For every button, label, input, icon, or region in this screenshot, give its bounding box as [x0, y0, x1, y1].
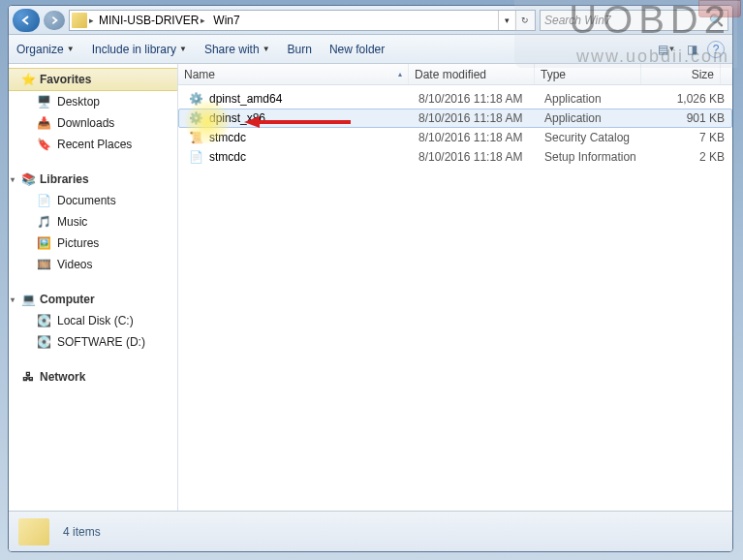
- disclosure-icon: ▾: [11, 296, 15, 304]
- sort-ascending-icon: ▴: [398, 70, 402, 78]
- file-row[interactable]: 📄stmcdc8/10/2016 11:18 AMSetup Informati…: [178, 147, 732, 167]
- file-type: Setup Information: [544, 150, 651, 164]
- file-list[interactable]: ⚙️dpinst_amd648/10/2016 11:18 AMApplicat…: [178, 85, 732, 511]
- nav-music[interactable]: 🎵Music: [9, 211, 177, 233]
- documents-icon: 📄: [36, 193, 51, 208]
- nav-label: Downloads: [57, 116, 114, 130]
- file-type: Security Catalog: [544, 131, 651, 144]
- body-area: ⭐Favorites 🖥️Desktop 📥Downloads 🔖Recent …: [9, 64, 732, 511]
- drive-icon: 💽: [36, 334, 51, 350]
- nav-downloads[interactable]: 📥Downloads: [9, 112, 177, 134]
- network-icon: 🖧: [20, 369, 36, 385]
- nav-label: Pictures: [57, 236, 99, 250]
- navigation-pane[interactable]: ⭐Favorites 🖥️Desktop 📥Downloads 🔖Recent …: [9, 64, 178, 511]
- nav-label: Favorites: [40, 73, 91, 86]
- column-label: Size: [692, 68, 714, 81]
- favorites-header[interactable]: ⭐Favorites: [9, 68, 177, 91]
- file-type: Application: [544, 92, 651, 106]
- file-date: 8/10/2016 11:18 AM: [418, 111, 544, 125]
- pictures-icon: 🖼️: [36, 235, 51, 251]
- computer-header[interactable]: ▾💻Computer: [9, 289, 177, 310]
- column-label: Name: [184, 68, 215, 81]
- file-row[interactable]: ⚙️dpinst_x868/10/2016 11:18 AMApplicatio…: [178, 109, 732, 128]
- organize-menu[interactable]: Organize ▼: [16, 43, 75, 56]
- item-count-label: 4 items: [63, 525, 101, 539]
- downloads-icon: 📥: [36, 115, 51, 131]
- file-row[interactable]: ⚙️dpinst_amd648/10/2016 11:18 AMApplicat…: [178, 89, 732, 109]
- file-list-pane: Name▴ Date modified Type Size ⚙️dpinst_a…: [178, 64, 732, 511]
- chevron-right-icon: ▸: [89, 16, 94, 25]
- window-close-button[interactable]: [698, 0, 741, 17]
- preview-pane-button[interactable]: ◨: [682, 40, 701, 59]
- nav-documents[interactable]: 📄Documents: [9, 190, 177, 211]
- file-date: 8/10/2016 11:18 AM: [418, 92, 544, 106]
- drive-icon: 💽: [36, 313, 51, 328]
- nav-software-d[interactable]: 💽SOFTWARE (D:): [9, 331, 177, 353]
- nav-label: SOFTWARE (D:): [57, 335, 145, 349]
- network-header[interactable]: 🖧Network: [9, 366, 177, 388]
- nav-label: Computer: [40, 293, 95, 306]
- title-bar: ▸ MINI-USB-DRIVER ▸ Win7 ▾ ↻ Search Win7…: [9, 6, 732, 35]
- music-icon: 🎵: [36, 214, 51, 230]
- toolbar-label: Organize: [16, 43, 64, 56]
- arrow-left-icon: [20, 15, 32, 26]
- nav-label: Music: [57, 215, 87, 229]
- chevron-right-icon: ▸: [201, 16, 205, 25]
- burn-button[interactable]: Burn: [288, 43, 312, 56]
- file-date: 8/10/2016 11:18 AM: [418, 131, 544, 144]
- folder-icon: [72, 13, 87, 28]
- explorer-window: ▸ MINI-USB-DRIVER ▸ Win7 ▾ ↻ Search Win7…: [8, 5, 733, 552]
- address-bar[interactable]: ▸ MINI-USB-DRIVER ▸ Win7 ▾ ↻: [69, 10, 536, 31]
- file-name: dpinst_amd64: [209, 92, 418, 106]
- new-folder-button[interactable]: New folder: [329, 43, 385, 56]
- column-type[interactable]: Type: [535, 64, 641, 84]
- file-size: 901 KB: [651, 111, 725, 125]
- column-label: Type: [541, 68, 566, 81]
- column-name[interactable]: Name▴: [178, 64, 409, 84]
- nav-label: Desktop: [57, 95, 100, 109]
- file-icon: ⚙️: [188, 110, 203, 126]
- refresh-button[interactable]: ↻: [515, 11, 533, 30]
- file-date: 8/10/2016 11:18 AM: [418, 150, 544, 164]
- recent-icon: 🔖: [36, 137, 51, 152]
- column-date[interactable]: Date modified: [409, 64, 535, 84]
- nav-videos[interactable]: 🎞️Videos: [9, 254, 177, 275]
- nav-label: Recent Places: [57, 138, 132, 151]
- videos-icon: 🎞️: [36, 257, 51, 272]
- column-size[interactable]: Size: [641, 64, 721, 84]
- column-headers: Name▴ Date modified Type Size: [178, 64, 732, 85]
- nav-local-disk-c[interactable]: 💽Local Disk (C:): [9, 310, 177, 331]
- nav-desktop[interactable]: 🖥️Desktop: [9, 91, 177, 112]
- toolbar-label: New folder: [329, 43, 385, 56]
- view-options-button[interactable]: ▤ ▼: [657, 40, 676, 59]
- libraries-header[interactable]: ▾📚Libraries: [9, 169, 177, 190]
- include-library-menu[interactable]: Include in library ▼: [92, 43, 187, 56]
- nav-label: Network: [40, 370, 85, 384]
- folder-icon: [18, 518, 49, 545]
- file-size: 2 KB: [651, 150, 725, 164]
- file-size: 1,026 KB: [651, 92, 725, 106]
- breadcrumb-seg[interactable]: Win7: [210, 14, 242, 27]
- file-name: dpinst_x86: [209, 111, 418, 125]
- nav-label: Videos: [57, 258, 92, 271]
- share-with-menu[interactable]: Share with ▼: [204, 43, 270, 56]
- back-button[interactable]: [13, 9, 40, 32]
- breadcrumb-seg[interactable]: MINI-USB-DRIVER ▸: [96, 14, 208, 27]
- file-type: Application: [544, 111, 651, 125]
- libraries-icon: 📚: [20, 171, 36, 187]
- chevron-down-icon: ▼: [179, 45, 187, 53]
- breadcrumb-label: MINI-USB-DRIVER: [99, 14, 199, 27]
- file-name: stmcdc: [209, 150, 418, 164]
- desktop-icon: 🖥️: [36, 94, 51, 109]
- nav-recent-places[interactable]: 🔖Recent Places: [9, 134, 177, 155]
- nav-label: Documents: [57, 194, 116, 207]
- help-button[interactable]: ?: [707, 41, 725, 58]
- file-icon: 📄: [188, 149, 203, 165]
- nav-pictures[interactable]: 🖼️Pictures: [9, 233, 177, 254]
- file-row[interactable]: 📜stmcdc8/10/2016 11:18 AMSecurity Catalo…: [178, 128, 732, 147]
- history-dropdown[interactable]: ▾: [498, 11, 515, 30]
- nav-label: Local Disk (C:): [57, 314, 134, 327]
- forward-button[interactable]: [44, 11, 65, 30]
- nav-label: Libraries: [40, 172, 89, 186]
- arrow-right-icon: [49, 16, 59, 25]
